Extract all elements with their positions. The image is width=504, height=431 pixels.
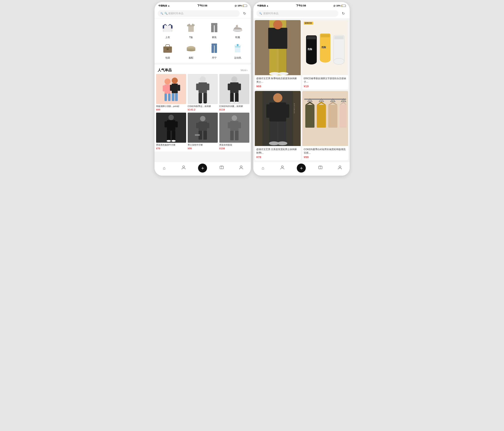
svg-rect-113	[279, 122, 286, 143]
product-item-2[interactable]: COKEIN秋季运…休闲裤 ¥142.2	[188, 74, 218, 111]
search-input-right[interactable]: 🔍 搜索时尚单品	[256, 10, 338, 17]
svg-marker-6	[187, 24, 195, 26]
category-item-pants[interactable]: 裤装	[204, 22, 225, 39]
bag-image	[161, 42, 174, 55]
nav-home-right[interactable]: ⌂	[258, 165, 268, 171]
right-phone: 中国电信 ▲ 下午2:56 @ 18% 🔍 搜索时尚单品 ↻	[253, 2, 350, 176]
category-item-denim[interactable]: 丹宁	[204, 42, 225, 60]
bag-label: 包袋	[165, 56, 170, 60]
product-card-1[interactable]: @港仔文艺男 秋季纯色百搭直筒休闲裤男士… ¥68	[255, 20, 301, 89]
home-icon-right: ⌂	[262, 165, 264, 171]
product-item-1[interactable]: 韩版潮牌小清新…polo衫 ¥89	[156, 74, 186, 111]
right-content-scroll[interactable]: @港仔文艺男 秋季纯色百搭直筒休闲裤男士… ¥68 ERICD	[253, 18, 350, 162]
search-placeholder-right: 搜索时尚单品	[263, 12, 279, 15]
product-1-price: ¥89	[156, 108, 186, 111]
search-input-left[interactable]: 🔍 🔍 搜索时尚单品	[158, 10, 240, 17]
nav-profile-right[interactable]	[335, 165, 345, 171]
svg-point-46	[203, 102, 207, 103]
svg-point-64	[171, 140, 176, 142]
product-6-image	[219, 113, 249, 143]
product-item-3[interactable]: COKEIN2018夏…休闲裤 ¥119	[219, 74, 249, 111]
bottom-nav-right: ⌂ +	[253, 162, 350, 176]
battery-right: 18%	[336, 4, 341, 7]
nav-home-left[interactable]: ⌂	[159, 165, 169, 171]
product-item-6[interactable]: 男装休闲套装 ¥158	[219, 113, 249, 150]
battery-icon-right: @	[333, 4, 336, 7]
svg-text:危险: 危险	[307, 48, 312, 50]
svg-point-55	[234, 102, 239, 103]
svg-rect-34	[170, 85, 172, 91]
svg-rect-111	[285, 104, 289, 118]
product-item-5[interactable]: 男士深色牛仔裤 ¥95	[188, 113, 218, 150]
svg-point-137	[339, 166, 341, 168]
svg-rect-91	[268, 28, 287, 49]
more-arrow: ›	[247, 69, 248, 72]
svg-rect-37	[175, 93, 178, 101]
svg-rect-13	[167, 48, 169, 50]
search-icon-left: 🔍	[160, 12, 163, 15]
refresh-button-right[interactable]: ↻	[340, 10, 347, 17]
svg-rect-41	[196, 83, 199, 90]
product-card-3-info: @港仔文艺男 日系直筒宽松男士休闲裤秋季i… ¥78	[255, 146, 301, 160]
product-card-3[interactable]: ARTSMAN	[255, 91, 301, 160]
left-content-scroll[interactable]: 上衣 T恤	[154, 18, 251, 162]
ericd-tag: ERICD	[304, 22, 313, 25]
product-4-price: ¥79	[156, 147, 186, 150]
nav-profile-left[interactable]	[236, 165, 246, 171]
svg-rect-88	[279, 48, 286, 75]
svg-rect-30	[164, 93, 167, 101]
svg-text:危险: 危险	[321, 46, 326, 48]
svg-rect-8	[211, 25, 214, 32]
category-item-tshirt[interactable]: T恤	[181, 22, 201, 39]
status-bar-right: 中国电信 ▲ 下午2:56 @ 18%	[253, 2, 350, 9]
shoes-image	[231, 22, 244, 34]
denim-label: 丹宁	[212, 56, 216, 60]
popular-title: 人气单品	[158, 68, 172, 73]
accessories-image	[185, 42, 197, 55]
product-card-4[interactable]: COKEIN夏季白衬衫男长袖宽松韩版潮流百搭… ¥99	[302, 91, 348, 160]
svg-point-83	[240, 166, 242, 168]
product-3-name: COKEIN2018夏…休闲裤	[219, 105, 249, 108]
pants-image	[208, 22, 220, 34]
product-5-name: 男士深色牛仔裤	[188, 144, 218, 147]
phones-container: 中国电信 ▲ 下午2:56 @ 18% 🔍 🔍 搜索时尚单品 ↻	[154, 2, 350, 176]
svg-rect-62	[172, 131, 175, 140]
category-item-accessories[interactable]: 服配	[181, 42, 201, 60]
product-card-1-image	[255, 20, 301, 75]
category-item-bag[interactable]: 包袋	[158, 42, 178, 60]
svg-rect-110	[266, 104, 270, 118]
svg-rect-68	[196, 123, 199, 128]
svg-rect-18	[212, 44, 217, 46]
nav-add-right[interactable]: +	[297, 164, 306, 173]
status-left: 中国电信 ▲	[158, 4, 170, 7]
svg-rect-20	[215, 46, 217, 53]
nav-user-right[interactable]	[278, 165, 287, 171]
svg-rect-61	[167, 131, 170, 140]
svg-point-26	[164, 78, 171, 84]
category-item-sport[interactable]: 运动风	[227, 42, 248, 60]
svg-point-90	[278, 72, 288, 75]
nav-wardrobe-right[interactable]	[315, 165, 325, 171]
carrier-right: 中国电信	[257, 4, 266, 7]
category-item-tops[interactable]: 上衣	[158, 22, 178, 39]
tops-image	[161, 22, 174, 34]
product-item-4[interactable]: 男装黑色修身牛仔裤 ¥79	[156, 113, 186, 150]
time-left: 下午2:56	[197, 4, 207, 7]
svg-rect-128	[328, 105, 337, 128]
search-bar-left: 🔍 🔍 搜索时尚单品 ↻	[154, 9, 251, 18]
svg-rect-112	[269, 122, 277, 143]
more-link[interactable]: More ›	[241, 69, 248, 72]
svg-rect-7	[211, 23, 217, 25]
product-card-2[interactable]: ERICD 危险	[302, 20, 348, 89]
nav-add-left[interactable]: +	[198, 164, 207, 173]
refresh-button-left[interactable]: ↻	[242, 10, 248, 17]
nav-wardrobe-left[interactable]	[217, 165, 226, 171]
wardrobe-icon-left	[219, 165, 224, 171]
category-item-shoes[interactable]: 鞋履	[227, 22, 248, 39]
product-3-image	[219, 74, 249, 104]
nav-user-left[interactable]	[179, 165, 189, 171]
svg-rect-96	[307, 36, 316, 39]
more-label: More	[241, 69, 247, 72]
svg-rect-4	[164, 26, 171, 32]
svg-rect-40	[198, 82, 207, 93]
